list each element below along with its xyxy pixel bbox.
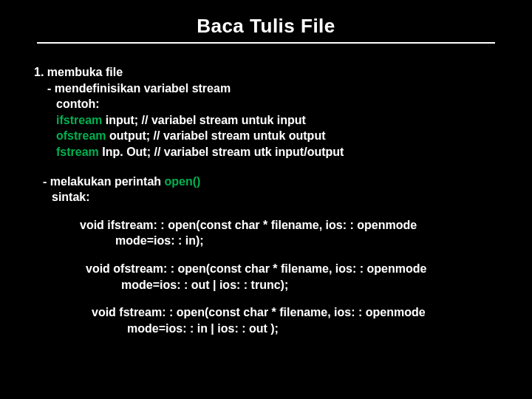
signature-ofstream-open: void ofstream: : open(const char * filen… <box>86 261 502 293</box>
example-ifstream-rest: input; // variabel stream untuk input <box>102 114 306 126</box>
example-ofstream-rest: output; // variabel stream untuk output <box>106 129 326 142</box>
signature-fstream-open: void fstream: : open(const char * filena… <box>92 304 502 336</box>
spacer <box>30 160 502 174</box>
slide-title: Baca Tulis File <box>37 15 495 44</box>
keyword-ifstream: ifstream <box>56 114 102 126</box>
section-heading: 1. membuka file <box>34 64 502 81</box>
slide-body: 1. membuka file - mendefinisikan variabe… <box>30 64 502 336</box>
signature-ifstream-open: void ifstream: : open(const char * filen… <box>80 217 502 249</box>
signature-line: mode=ios: : in); <box>115 233 502 249</box>
signature-line: void ifstream: : open(const char * filen… <box>80 217 502 233</box>
slide: Baca Tulis File 1. membuka file - mendef… <box>0 0 532 399</box>
keyword-open: open() <box>165 175 201 188</box>
keyword-fstream: fstream <box>56 146 99 158</box>
signature-line: void ofstream: : open(const char * filen… <box>86 261 502 277</box>
label-sintak: sintak: <box>52 189 502 205</box>
bullet-define-var: - mendefinisikan variabel stream <box>47 81 502 97</box>
label-contoh: contoh: <box>56 96 502 112</box>
example-fstream: fstream Inp. Out; // variabel stream utk… <box>56 144 502 160</box>
bullet-open: - melakukan perintah open() <box>43 174 502 190</box>
signature-line: void fstream: : open(const char * filena… <box>92 304 502 321</box>
bullet-open-text: - melakukan perintah <box>43 175 165 188</box>
keyword-ofstream: ofstream <box>56 129 106 142</box>
signature-line: mode=ios: : out | ios: : trunc); <box>121 277 502 293</box>
example-ofstream: ofstream output; // variabel stream untu… <box>56 128 502 144</box>
signature-line: mode=ios: : in | ios: : out ); <box>127 321 502 337</box>
example-ifstream: ifstream input; // variabel stream untuk… <box>56 112 502 129</box>
example-fstream-rest: Inp. Out; // variabel stream utk input/o… <box>99 146 344 158</box>
